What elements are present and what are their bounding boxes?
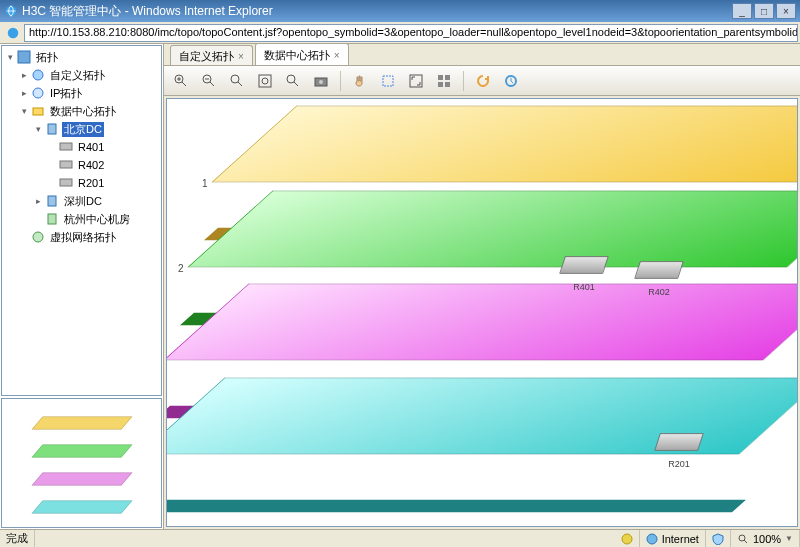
building-icon	[44, 193, 60, 209]
window-titlebar: H3C 智能管理中心 - Windows Internet Explorer _…	[0, 0, 800, 22]
tree-item-dc[interactable]: ▾数据中心拓扑	[18, 102, 159, 120]
zoom-area-button[interactable]	[226, 70, 248, 92]
toolbar	[164, 66, 800, 96]
svg-rect-33	[445, 82, 450, 87]
device-r401[interactable]: R401	[562, 254, 606, 286]
tree-item-virtual[interactable]: 虚拟网络拓扑	[18, 228, 159, 246]
svg-rect-5	[33, 108, 43, 115]
svg-rect-11	[48, 214, 56, 224]
minimap-layer	[31, 416, 132, 429]
tree-item-custom[interactable]: ▸自定义拓扑	[18, 66, 159, 84]
svg-rect-29	[410, 75, 422, 87]
svg-line-18	[210, 82, 214, 86]
device-icon	[58, 175, 74, 191]
minimize-button[interactable]: _	[732, 3, 752, 19]
svg-point-24	[287, 75, 295, 83]
tab-dc-topo[interactable]: 数据中心拓扑×	[255, 43, 349, 65]
device-r201[interactable]: R201	[657, 431, 701, 463]
status-protected-mode[interactable]	[706, 530, 731, 547]
select-button[interactable]	[377, 70, 399, 92]
device-r402[interactable]: R402	[637, 259, 681, 291]
tree-root[interactable]: ▾拓扑	[4, 48, 159, 66]
svg-line-38	[744, 540, 747, 543]
auto-refresh-button[interactable]	[500, 70, 522, 92]
tab-label: 自定义拓扑	[179, 49, 234, 64]
tree-item-hangzhou[interactable]: 杭州中心机房	[32, 210, 159, 228]
status-zoom[interactable]: 100%▼	[731, 530, 800, 547]
svg-point-27	[319, 80, 323, 84]
address-bar: http://10.153.88.210:8080/imc/topo/topoC…	[0, 22, 800, 44]
virtual-topo-icon	[30, 229, 46, 245]
refresh-button[interactable]	[472, 70, 494, 92]
floor-layer-4[interactable]: 4	[182, 331, 782, 501]
status-bar: 完成 Internet 100%▼	[0, 529, 800, 547]
fullscreen-button[interactable]	[405, 70, 427, 92]
status-security-icon[interactable]	[615, 530, 640, 547]
tab-label: 数据中心拓扑	[264, 48, 330, 63]
svg-point-12	[33, 232, 43, 242]
tree-item-shenzhen-dc[interactable]: ▸深圳DC	[32, 192, 159, 210]
tab-strip: 自定义拓扑× 数据中心拓扑×	[164, 44, 800, 66]
svg-point-3	[33, 70, 43, 80]
ie-page-icon	[6, 26, 20, 40]
tree-item-ip[interactable]: ▸IP拓扑	[18, 84, 159, 102]
zoom-icon	[737, 533, 749, 545]
minimap-layer	[31, 444, 132, 457]
tab-close-icon[interactable]: ×	[238, 51, 244, 62]
dc-topo-icon	[30, 103, 46, 119]
svg-point-20	[231, 75, 239, 83]
svg-rect-7	[60, 143, 72, 150]
status-zone[interactable]: Internet	[640, 530, 706, 547]
svg-rect-9	[60, 179, 72, 186]
device-icon	[58, 157, 74, 173]
tree-panel: ▾拓扑 ▸自定义拓扑 ▸IP拓扑 ▾数据中心拓扑 ▾北京DC R401 R402…	[1, 45, 162, 396]
camera-button[interactable]	[310, 70, 332, 92]
minimap-layer	[31, 472, 132, 485]
zoom-in-button[interactable]	[170, 70, 192, 92]
close-button[interactable]: ×	[776, 3, 796, 19]
svg-rect-10	[48, 196, 56, 206]
maximize-button[interactable]: □	[754, 3, 774, 19]
hand-button[interactable]	[349, 70, 371, 92]
svg-rect-28	[383, 76, 393, 86]
window-title: H3C 智能管理中心 - Windows Internet Explorer	[22, 3, 732, 20]
globe-icon	[646, 533, 658, 545]
zoom-reset-button[interactable]	[282, 70, 304, 92]
topo-icon	[16, 49, 32, 65]
svg-point-35	[622, 534, 632, 544]
svg-rect-30	[438, 75, 443, 80]
ie-icon	[4, 4, 18, 18]
tree-device-r201[interactable]: R201	[46, 174, 159, 192]
building-icon	[44, 121, 60, 137]
tree-device-r402[interactable]: R402	[46, 156, 159, 174]
url-input[interactable]: http://10.153.88.210:8080/imc/topo/topoC…	[24, 24, 798, 42]
svg-rect-31	[445, 75, 450, 80]
tree-item-beijing-dc[interactable]: ▾北京DC	[32, 120, 159, 138]
svg-rect-2	[18, 51, 30, 63]
svg-line-14	[182, 82, 186, 86]
custom-topo-icon	[30, 67, 46, 83]
layout-button[interactable]	[433, 70, 455, 92]
tab-close-icon[interactable]: ×	[334, 50, 340, 61]
svg-rect-32	[438, 82, 443, 87]
shield-icon	[712, 533, 724, 545]
svg-rect-6	[48, 124, 56, 134]
ip-topo-icon	[30, 85, 46, 101]
svg-line-25	[294, 82, 298, 86]
svg-point-4	[33, 88, 43, 98]
svg-line-21	[238, 82, 242, 86]
device-icon	[58, 139, 74, 155]
svg-rect-22	[259, 75, 271, 87]
zoom-fit-button[interactable]	[254, 70, 276, 92]
svg-rect-8	[60, 161, 72, 168]
svg-point-23	[262, 78, 268, 84]
zoom-out-button[interactable]	[198, 70, 220, 92]
status-done: 完成	[0, 530, 35, 547]
svg-point-1	[8, 27, 19, 38]
svg-point-36	[647, 534, 657, 544]
topology-canvas[interactable]: 1 2 3 4 R401 R402 R201	[166, 98, 798, 527]
minimap[interactable]	[1, 398, 162, 528]
tree-device-r401[interactable]: R401	[46, 138, 159, 156]
tab-custom-topo[interactable]: 自定义拓扑×	[170, 45, 253, 65]
minimap-layer	[31, 500, 132, 513]
